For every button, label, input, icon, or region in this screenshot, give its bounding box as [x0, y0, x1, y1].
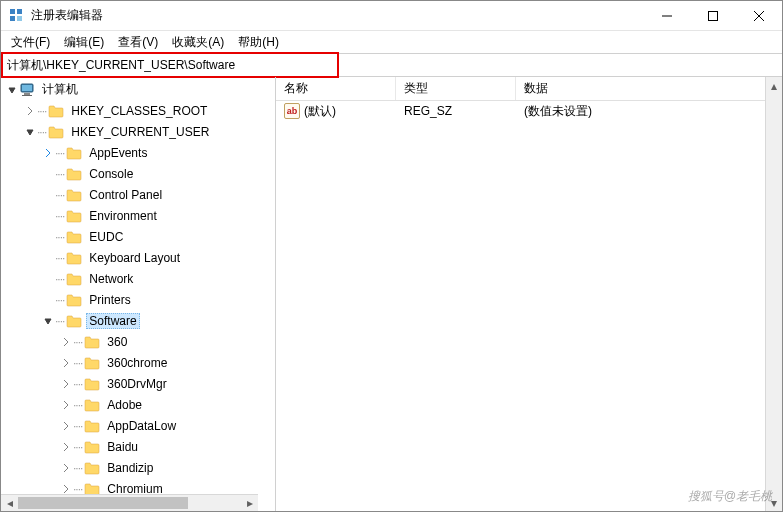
expander-blank — [41, 230, 55, 244]
expander-blank — [41, 188, 55, 202]
tree-dots: ···· — [55, 293, 64, 307]
tree-label: Baidu — [104, 439, 141, 455]
tree-label: AppEvents — [86, 145, 150, 161]
tree-label: Software — [86, 313, 139, 329]
tree-node-console[interactable]: ···· Console — [1, 163, 275, 184]
tree-dots: ···· — [73, 398, 82, 412]
tree-node-baidu[interactable]: ···· Baidu — [1, 436, 275, 457]
tree-node-360drvmgr[interactable]: ···· 360DrvMgr — [1, 373, 275, 394]
chevron-right-icon[interactable] — [59, 440, 73, 454]
tree-label: Adobe — [104, 397, 145, 413]
tree-node-control-panel[interactable]: ···· Control Panel — [1, 184, 275, 205]
svg-rect-3 — [17, 16, 22, 21]
cell-data: (数值未设置) — [516, 103, 600, 120]
tree-node-bandizip[interactable]: ···· Bandizip — [1, 457, 275, 478]
tree-dots: ···· — [37, 125, 46, 139]
expander-blank — [41, 209, 55, 223]
tree-node-keyboard-layout[interactable]: ···· Keyboard Layout — [1, 247, 275, 268]
tree-node-appdatalow[interactable]: ···· AppDataLow — [1, 415, 275, 436]
chevron-right-icon[interactable] — [41, 146, 55, 160]
tree-dots: ···· — [73, 461, 82, 475]
tree-node-计算机[interactable]: 计算机 — [1, 79, 275, 100]
menu-view[interactable]: 查看(V) — [112, 32, 164, 53]
address-bar[interactable]: 计算机\HKEY_CURRENT_USER\Software — [1, 53, 782, 77]
tree-label: AppDataLow — [104, 418, 179, 434]
menu-favorites[interactable]: 收藏夹(A) — [166, 32, 230, 53]
tree-label: Printers — [86, 292, 133, 308]
string-value-icon: ab — [284, 103, 300, 119]
tree-node-eudc[interactable]: ···· EUDC — [1, 226, 275, 247]
svg-rect-2 — [10, 16, 15, 21]
tree-dots: ···· — [55, 167, 64, 181]
tree-node-environment[interactable]: ···· Environment — [1, 205, 275, 226]
tree-dots: ···· — [55, 314, 64, 328]
chevron-down-icon[interactable] — [41, 314, 55, 328]
tree-dots: ···· — [55, 272, 64, 286]
chevron-right-icon[interactable] — [23, 104, 37, 118]
list-row[interactable]: ab (默认) REG_SZ (数值未设置) — [276, 101, 782, 121]
chevron-right-icon[interactable] — [59, 335, 73, 349]
tree-label: 计算机 — [39, 80, 81, 99]
cell-type: REG_SZ — [396, 104, 516, 118]
tree-dots: ···· — [55, 188, 64, 202]
col-type[interactable]: 类型 — [396, 77, 516, 100]
chevron-right-icon[interactable] — [59, 377, 73, 391]
tree-dots: ···· — [55, 251, 64, 265]
chevron-down-icon[interactable] — [23, 125, 37, 139]
col-name[interactable]: 名称 — [276, 77, 396, 100]
scroll-right-icon[interactable]: ▸ — [241, 495, 258, 511]
scroll-left-icon[interactable]: ◂ — [1, 495, 18, 511]
menu-help[interactable]: 帮助(H) — [232, 32, 285, 53]
svg-rect-1 — [17, 9, 22, 14]
tree-node-360[interactable]: ···· 360 — [1, 331, 275, 352]
tree-label: Environment — [86, 208, 159, 224]
svg-rect-10 — [24, 93, 30, 95]
chevron-right-icon[interactable] — [59, 461, 73, 475]
title-bar: 注册表编辑器 — [1, 1, 782, 31]
tree-node-360chrome[interactable]: ···· 360chrome — [1, 352, 275, 373]
maximize-button[interactable] — [690, 1, 736, 30]
scroll-up-icon[interactable]: ▴ — [766, 77, 782, 94]
svg-rect-0 — [10, 9, 15, 14]
cell-name: ab (默认) — [276, 103, 396, 120]
scroll-down-icon[interactable]: ▾ — [766, 494, 782, 511]
list-vscroll[interactable]: ▴ ▾ — [765, 77, 782, 511]
menu-file[interactable]: 文件(F) — [5, 32, 56, 53]
tree-node-hkey_current_user[interactable]: ···· HKEY_CURRENT_USER — [1, 121, 275, 142]
tree-node-adobe[interactable]: ···· Adobe — [1, 394, 275, 415]
tree-label: EUDC — [86, 229, 126, 245]
address-text[interactable]: 计算机\HKEY_CURRENT_USER\Software — [1, 57, 782, 74]
tree-dots: ···· — [73, 335, 82, 349]
chevron-right-icon[interactable] — [59, 419, 73, 433]
hscroll-thumb[interactable] — [18, 497, 188, 509]
chevron-down-icon[interactable] — [5, 83, 19, 97]
svg-rect-11 — [22, 95, 32, 96]
col-data[interactable]: 数据 — [516, 77, 782, 100]
tree-node-printers[interactable]: ···· Printers — [1, 289, 275, 310]
expander-blank — [41, 167, 55, 181]
minimize-button[interactable] — [644, 1, 690, 30]
tree-label: 360DrvMgr — [104, 376, 169, 392]
tree-node-hkey_classes_root[interactable]: ···· HKEY_CLASSES_ROOT — [1, 100, 275, 121]
menu-edit[interactable]: 编辑(E) — [58, 32, 110, 53]
chevron-right-icon[interactable] — [59, 356, 73, 370]
tree-label: Keyboard Layout — [86, 250, 183, 266]
app-icon — [9, 8, 25, 24]
tree-label: 360 — [104, 334, 130, 350]
chevron-right-icon[interactable] — [59, 398, 73, 412]
svg-rect-5 — [709, 11, 718, 20]
close-button[interactable] — [736, 1, 782, 30]
tree-dots: ···· — [73, 419, 82, 433]
tree-dots: ···· — [55, 209, 64, 223]
tree-label: HKEY_CURRENT_USER — [68, 124, 212, 140]
tree-node-appevents[interactable]: ···· AppEvents — [1, 142, 275, 163]
tree-node-network[interactable]: ···· Network — [1, 268, 275, 289]
column-headers: 名称 类型 数据 — [276, 77, 782, 101]
tree-node-software[interactable]: ···· Software — [1, 310, 275, 331]
tree-dots: ···· — [73, 377, 82, 391]
expander-blank — [41, 272, 55, 286]
value-name: (默认) — [304, 103, 336, 120]
tree-hscroll[interactable]: ◂ ▸ — [1, 494, 258, 511]
tree-dots: ···· — [55, 230, 64, 244]
tree-label: Network — [86, 271, 136, 287]
